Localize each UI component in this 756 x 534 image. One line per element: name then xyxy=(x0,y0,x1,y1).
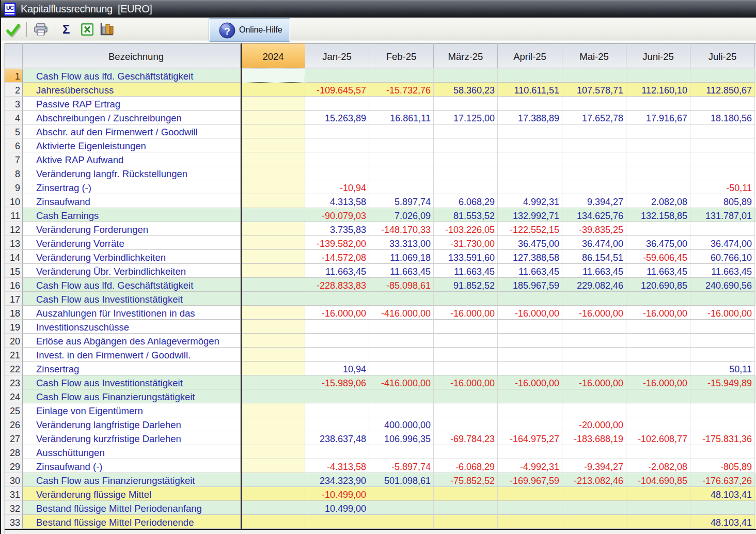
svg-text:?: ? xyxy=(224,26,230,37)
